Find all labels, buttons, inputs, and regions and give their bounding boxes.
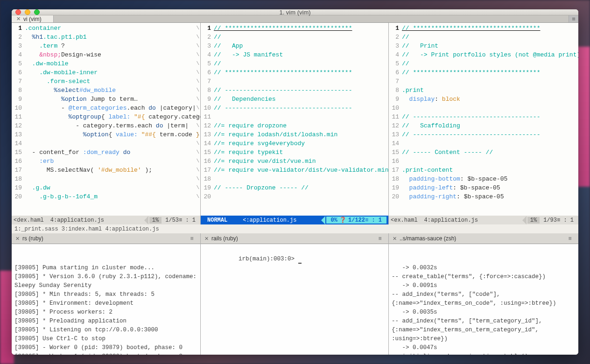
- line-number: 12: [389, 121, 402, 130]
- code-line[interactable]: 1// ***********************************: [389, 24, 578, 33]
- code-line[interactable]: 19 .g.dw\: [12, 183, 200, 192]
- code-line[interactable]: 20 .g-b.g-b--1of4_m\: [12, 192, 200, 201]
- close-icon[interactable]: ✕: [15, 236, 20, 242]
- code-line[interactable]: 4 &nbsp;Design-wise\: [12, 50, 200, 59]
- code-line[interactable]: 8.print: [389, 86, 578, 95]
- code-line[interactable]: 1.container\: [12, 24, 200, 33]
- code-line[interactable]: 18 padding-bottom: $b-space-05: [389, 175, 578, 183]
- code-line[interactable]: 16//= require vue/dist/vue.min: [201, 157, 388, 166]
- mode-indicator: NORMAL: [203, 216, 232, 224]
- code-line[interactable]: 17 MS.selectNav( '#dw_mobile' );\: [12, 166, 200, 175]
- terminal-output[interactable]: -> 0.0032s -- create_table("terms", {:fo…: [389, 244, 578, 355]
- code-line[interactable]: 2//: [389, 33, 578, 42]
- code-line[interactable]: 19// ----- Dropzone ----- //: [201, 183, 388, 192]
- code-line[interactable]: 17//= require vue-validator/dist/vue-val…: [201, 166, 388, 175]
- code-line[interactable]: 20: [201, 192, 388, 201]
- code-line[interactable]: 2 %h1.tac.pt1.pb1\: [12, 33, 200, 42]
- line-number: 12: [12, 121, 25, 130]
- code-line[interactable]: 11 %optgroup{ label: "#{ category.catego…: [12, 112, 200, 121]
- code-line[interactable]: 12//= require dropzone: [201, 121, 388, 130]
- code-line[interactable]: 7: [389, 77, 578, 86]
- terminal-output[interactable]: irb(main):003:0>: [201, 244, 388, 355]
- line-number: 15: [12, 148, 25, 157]
- code-line[interactable]: 6 .dw-mobile-inner\: [12, 68, 200, 77]
- code-line[interactable]: 5 .dw-mobile\: [12, 59, 200, 68]
- code-area-2[interactable]: 1// ***********************************2…: [201, 23, 388, 216]
- code-line[interactable]: 7: [201, 77, 388, 86]
- code-line[interactable]: 10// -----------------------------------: [201, 104, 388, 112]
- pane-menu-icon[interactable]: ≡: [187, 235, 197, 242]
- tab-vim[interactable]: ✕ vi (vim): [12, 15, 54, 22]
- help-icon: ❓: [339, 217, 346, 224]
- code-line[interactable]: 11// -----------------------------------: [389, 112, 578, 121]
- code-line[interactable]: 15//= require typekit: [201, 148, 388, 157]
- code-line[interactable]: 18\: [12, 175, 200, 183]
- terminal-pane-rails[interactable]: ✕ rails (ruby) ≡ irb(main):003:0>: [201, 233, 389, 355]
- code-area-1[interactable]: 1.container\2 %h1.tac.pt1.pb1\3 .term ?\…: [12, 23, 200, 216]
- code-line[interactable]: 14//= require svg4everybody: [201, 139, 388, 148]
- code-area-3[interactable]: 1// ***********************************2…: [389, 23, 578, 216]
- line-number: 7: [389, 77, 402, 86]
- code-line[interactable]: 11: [201, 112, 388, 121]
- file-indicator: <dex.haml: [14, 217, 44, 224]
- code-line[interactable]: 13//= require lodash/dist/lodash.min: [201, 130, 388, 139]
- buffer-line: 1:_print.sass 3:index.haml 4:application…: [12, 224, 578, 233]
- code-line[interactable]: 13// -----------------------------------: [389, 130, 578, 139]
- code-line[interactable]: 13 %option{ value: "##{ term.code }" }=\: [12, 130, 200, 139]
- vim-split-3[interactable]: 1// ***********************************2…: [389, 23, 578, 224]
- code-line[interactable]: 8// -----------------------------------: [201, 86, 388, 95]
- close-icon[interactable]: ✕: [204, 236, 209, 242]
- code-line[interactable]: 14\: [12, 139, 200, 148]
- code-line[interactable]: 18: [201, 175, 388, 183]
- line-number: 3: [389, 42, 402, 50]
- line-number: 11: [389, 112, 402, 121]
- code-line[interactable]: 14: [389, 139, 578, 148]
- code-line[interactable]: 9 display: block: [389, 95, 578, 104]
- terminal-pane-rs[interactable]: ✕ rs (ruby) ≡ [39805] Puma starting in c…: [12, 233, 201, 355]
- line-number: 5: [12, 59, 25, 68]
- code-line[interactable]: 6// ***********************************: [389, 68, 578, 77]
- code-line[interactable]: 17.print-content: [389, 166, 578, 175]
- close-icon[interactable]: ✕: [393, 236, 397, 242]
- code-line[interactable]: 4// -> JS manifest: [201, 50, 388, 59]
- code-line[interactable]: 9// Dependencies: [201, 95, 388, 104]
- code-line[interactable]: 2//: [201, 33, 388, 42]
- close-icon[interactable]: ✕: [16, 16, 21, 22]
- code-line[interactable]: 16 :erb\: [12, 157, 200, 166]
- code-line[interactable]: 20 padding-right: $b-space-05: [389, 192, 578, 201]
- code-line[interactable]: 3// App: [201, 42, 388, 50]
- terminal-output[interactable]: [39805] Puma starting in cluster mode...…: [12, 244, 200, 355]
- line-number: 3: [201, 42, 214, 50]
- code-line[interactable]: 5//: [389, 59, 578, 68]
- code-line[interactable]: 10 - @term_categories.each do |category|…: [12, 104, 200, 112]
- code-line[interactable]: 12// Scaffolding: [389, 121, 578, 130]
- vim-split-2[interactable]: 1// ***********************************2…: [201, 23, 389, 224]
- code-line[interactable]: 12 - category.terms.each do |term|\: [12, 121, 200, 130]
- code-line[interactable]: 5//: [201, 59, 388, 68]
- tab-label: vi (vim): [23, 16, 42, 22]
- pane-menu-icon[interactable]: ≡: [375, 235, 385, 242]
- pane-menu-icon[interactable]: ≡: [565, 235, 575, 242]
- titlebar[interactable]: 1. vim (vim): [12, 9, 578, 15]
- code-line[interactable]: 19 padding-left: $b-space-05: [389, 183, 578, 192]
- code-line[interactable]: 9 %option Jump to term…\: [12, 95, 200, 104]
- line-number: 18: [201, 175, 214, 183]
- code-line[interactable]: 8 %select#dw_mobile\: [12, 86, 200, 95]
- code-line[interactable]: 3 .term ?\: [12, 42, 200, 50]
- tab-menu-icon[interactable]: ≡: [569, 15, 578, 22]
- pane-title: ..s/mamas-sauce (zsh): [400, 235, 456, 242]
- code-line[interactable]: 6// ***********************************: [201, 68, 388, 77]
- line-number: 5: [201, 59, 214, 68]
- line-number: 4: [201, 50, 214, 59]
- code-line[interactable]: 3// Print: [389, 42, 578, 50]
- code-line[interactable]: 16: [389, 157, 578, 166]
- code-line[interactable]: 1// ***********************************: [201, 24, 388, 33]
- terminal-pane-zsh[interactable]: ✕ ..s/mamas-sauce (zsh) ≡ -> 0.0032s -- …: [389, 233, 578, 355]
- line-number: 10: [201, 104, 214, 112]
- code-line[interactable]: 15// ----- Content ----- //: [389, 148, 578, 157]
- code-line[interactable]: 15 - content_for :dom_ready do\: [12, 148, 200, 157]
- code-line[interactable]: 10: [389, 104, 578, 112]
- code-line[interactable]: 4// -> Print portfolio styles (not @medi…: [389, 50, 578, 59]
- vim-split-1[interactable]: 1.container\2 %h1.tac.pt1.pb1\3 .term ?\…: [12, 23, 201, 224]
- code-line[interactable]: 7 .form-select\: [12, 77, 200, 86]
